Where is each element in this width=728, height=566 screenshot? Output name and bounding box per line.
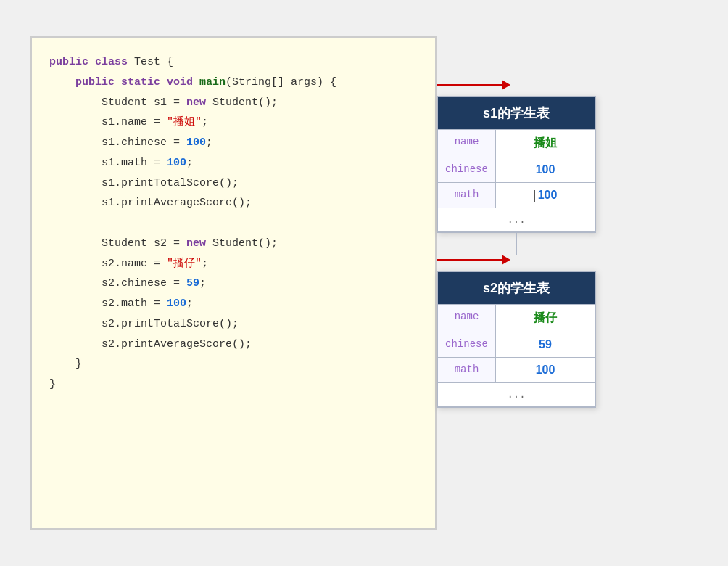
table-cell-val: 播仔 <box>496 305 595 332</box>
table-s2-header: s2的学生表 <box>438 272 595 304</box>
table-cell-val: 100 <box>496 183 595 208</box>
arrow1-head <box>502 80 510 90</box>
arrow2 <box>437 255 596 265</box>
table-cell-key: math <box>438 183 496 208</box>
table-row: chinese 59 <box>438 332 595 357</box>
code-line-14: s2.printTotalScore(); <box>49 314 418 335</box>
table-connector <box>516 233 517 255</box>
code-line-17: } <box>49 374 418 395</box>
cursor-icon <box>534 190 535 202</box>
code-line-5: s1.chinese = 100; <box>49 133 418 153</box>
main-container: public class Test { public static void m… <box>16 22 712 544</box>
code-line-15: s2.printAverageScore(); <box>49 335 418 355</box>
table-s1: s1的学生表 name 播姐 chinese 100 math 100 ... <box>437 96 596 233</box>
table-cell-val: 59 <box>496 332 595 357</box>
arrow2-head <box>502 255 510 265</box>
table-cell-val: 播姐 <box>496 130 595 157</box>
table-row: name 播姐 <box>438 129 595 157</box>
code-panel: public class Test { public static void m… <box>30 36 437 530</box>
table-ellipsis: ... <box>438 208 595 231</box>
table-row: math 100 <box>438 357 595 382</box>
code-line-11: s2.name = "播仔"; <box>49 254 418 274</box>
code-line-8: s1.printAverageScore(); <box>49 193 418 213</box>
code-line-16: } <box>49 354 418 374</box>
code-line-13: s2.math = 100; <box>49 294 418 314</box>
table-row: name 播仔 <box>438 304 595 332</box>
arrow1-line <box>437 84 502 86</box>
table-cell-val: 100 <box>496 358 595 382</box>
arrow1 <box>437 80 596 90</box>
table-cell-key: chinese <box>438 332 496 357</box>
arrow2-line <box>437 259 502 261</box>
code-line-3: Student s1 = new Student(); <box>49 93 418 113</box>
table-cell-key: math <box>438 358 496 382</box>
table-cell-val: 100 <box>496 157 595 182</box>
code-line-1: public class Test { <box>49 52 418 73</box>
code-line-9 <box>49 213 418 234</box>
table-row: math 100 <box>438 182 595 208</box>
table-cell-key: name <box>438 305 496 332</box>
code-line-12: s2.chinese = 59; <box>49 274 418 294</box>
table-s1-header: s1的学生表 <box>438 97 595 129</box>
code-line-2: public static void main(String[] args) { <box>49 73 418 93</box>
table-cell-key: name <box>438 130 496 157</box>
table-ellipsis: ... <box>438 382 595 406</box>
code-line-10: Student s2 = new Student(); <box>49 234 418 254</box>
code-line-4: s1.name = "播姐"; <box>49 112 418 133</box>
table-row: chinese 100 <box>438 157 595 182</box>
code-line-7: s1.printTotalScore(); <box>49 173 418 194</box>
code-line-6: s1.math = 100; <box>49 153 418 173</box>
table-cell-key: chinese <box>438 157 496 182</box>
table-s2: s2的学生表 name 播仔 chinese 59 math 100 ... <box>437 271 596 408</box>
